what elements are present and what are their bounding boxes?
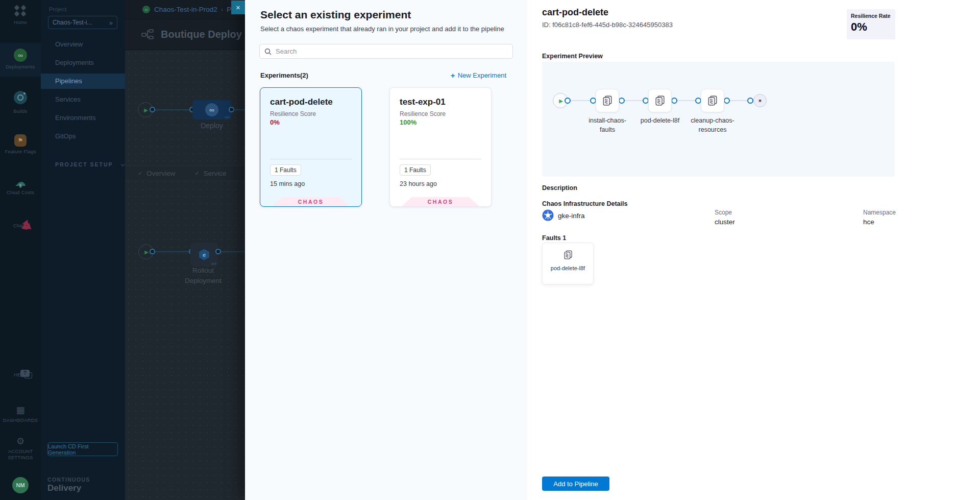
module-kicker: CONTINUOUS xyxy=(47,477,90,483)
experiment-title: cart-pod-delete xyxy=(542,7,608,18)
project-icon: ∞ xyxy=(142,6,150,13)
chaos-ribbon: CHAOS xyxy=(272,197,350,206)
last-updated: 23 hours ago xyxy=(400,180,437,187)
nav-item-pipelines[interactable]: Pipelines xyxy=(41,74,125,89)
play-icon: ▶ xyxy=(144,249,149,255)
connector-port xyxy=(565,98,571,104)
close-icon: × xyxy=(236,3,240,12)
experiment-search[interactable] xyxy=(259,44,513,59)
sidebar-item-help[interactable]: ? HELP xyxy=(0,370,41,378)
breadcrumb-separator-icon: › xyxy=(221,6,223,13)
project-setup-toggle[interactable]: PROJECT SETUP xyxy=(55,161,124,168)
select-experiment-modal: Select an existing experiment Select a c… xyxy=(245,0,980,500)
avatar-initials: NM xyxy=(12,477,29,493)
description-label: Description xyxy=(542,184,577,192)
deployments-icon: ∞ xyxy=(14,49,27,62)
last-updated: 15 mins ago xyxy=(270,180,305,187)
cloud-costs-icon: ☁$ xyxy=(13,176,28,188)
project-selector[interactable]: Chaos-Test-i... » xyxy=(48,16,117,29)
builds-icon xyxy=(14,91,27,104)
app-window: Home ∞ Deployments Builds ⚑ Feature Flag… xyxy=(0,0,980,500)
connector-line xyxy=(233,109,245,110)
feature-flags-icon: ⚑ xyxy=(14,134,27,147)
chaos-fault-icon xyxy=(602,95,613,106)
tab-overview[interactable]: ✓Overview xyxy=(138,170,175,177)
experiment-name: test-exp-01 xyxy=(400,97,446,107)
sidebar-item-label: Feature Flags xyxy=(0,149,41,155)
pipeline-icon xyxy=(141,29,155,40)
connector-line xyxy=(154,251,189,252)
sidebar-item-label: Builds xyxy=(0,108,41,114)
preview-node-label: cleanup-chaos-resources xyxy=(688,116,737,134)
nav-item-deployments[interactable]: Deployments xyxy=(41,55,125,70)
resilience-rate-label: Resilience Rate xyxy=(851,13,891,19)
breadcrumb-project-link[interactable]: Chaos-Test-in-Prod2 xyxy=(154,6,217,13)
fault-card-pod-delete[interactable]: pod-delete-l8f xyxy=(542,243,594,284)
faults-section-label: Faults 1 xyxy=(542,234,566,242)
project-nav-panel: Project Chaos-Test-i... » Overview Deplo… xyxy=(41,0,125,500)
preview-end-node[interactable]: ■ xyxy=(753,94,767,107)
add-to-pipeline-button[interactable]: Add to Pipeline xyxy=(542,477,609,491)
connector-port xyxy=(619,98,625,104)
preview-section-label: Experiment Preview xyxy=(542,53,603,60)
experiment-details-panel: cart-pod-delete ID: f06c81c8-fef6-445d-b… xyxy=(527,0,980,500)
launch-cd-first-gen-button[interactable]: Launch CD First Generation xyxy=(47,442,118,456)
resilience-rate-value: 0% xyxy=(851,20,891,34)
sidebar-item-account-settings[interactable]: ⚙ ACCOUNT SETTINGS xyxy=(0,437,41,461)
preview-node-pod-delete[interactable] xyxy=(648,89,672,112)
experiment-card-test-exp-01[interactable]: test-exp-01 Resilience Score 100% 1 Faul… xyxy=(389,87,492,207)
search-icon xyxy=(264,48,272,55)
sidebar-item-chaos[interactable]: Chaos xyxy=(0,220,41,229)
nav-item-environments[interactable]: Environments xyxy=(41,110,125,126)
stop-icon: ■ xyxy=(758,98,761,103)
code-icon: </> xyxy=(225,115,230,119)
scope-label: Scope xyxy=(715,209,732,216)
sidebar-item-feature-flags[interactable]: ⚑ Feature Flags xyxy=(0,134,41,155)
module-name: Delivery xyxy=(47,483,81,493)
nav-item-gitops[interactable]: GitOps xyxy=(41,129,125,144)
rollout-deployment-step-node[interactable]: e </> xyxy=(190,243,218,267)
sidebar-item-builds[interactable]: Builds xyxy=(0,91,41,114)
play-icon: ▶ xyxy=(559,98,563,104)
chaos-ribbon: CHAOS xyxy=(402,197,479,206)
step-label-line1: Rollout xyxy=(178,267,229,274)
faults-badge: 1 Faults xyxy=(400,164,431,176)
plus-icon: + xyxy=(451,71,455,80)
experiment-list-panel: Select an existing experiment Select a c… xyxy=(245,0,527,500)
experiment-card-cart-pod-delete[interactable]: cart-pod-delete Resilience Score 0% 1 Fa… xyxy=(260,87,362,207)
connector-port xyxy=(215,249,221,254)
sidebar-item-deployments[interactable]: ∞ Deployments xyxy=(0,49,41,70)
sidebar-item-cloud-costs[interactable]: ☁$ Cloud Costs xyxy=(0,176,41,196)
nav-item-overview[interactable]: Overview xyxy=(41,37,125,52)
faults-badge: 1 Faults xyxy=(270,164,301,176)
preview-node-cleanup-chaos-resources[interactable] xyxy=(701,89,724,112)
card-divider xyxy=(400,159,481,159)
play-icon: ▶ xyxy=(144,107,148,113)
modal-subtitle: Select a chaos experiment that already r… xyxy=(260,25,504,33)
preview-node-label: pod-delete-l8f xyxy=(635,116,684,126)
card-divider xyxy=(270,159,352,159)
connector-port xyxy=(747,98,753,104)
new-experiment-link[interactable]: + New Experiment xyxy=(451,71,506,80)
scope-value: cluster xyxy=(715,218,735,226)
nav-item-services[interactable]: Services xyxy=(41,92,125,107)
modal-close-button[interactable]: × xyxy=(231,1,245,14)
deploy-stage-node[interactable]: ∞ </> xyxy=(192,100,231,120)
rollout-step-icon: e xyxy=(199,249,210,260)
connector-port xyxy=(150,249,155,254)
resilience-score-label: Resilience Score xyxy=(270,110,316,117)
experiment-preview-canvas: ▶ xyxy=(542,62,895,177)
connector-line xyxy=(154,109,190,110)
sidebar-item-home[interactable]: Home xyxy=(0,5,41,26)
user-avatar[interactable]: NM xyxy=(0,477,41,493)
connector-port xyxy=(150,107,155,112)
chaos-fault-icon xyxy=(563,250,573,260)
sidebar-item-dashboards[interactable]: ▦ DASHBOARDS xyxy=(0,406,41,423)
chaos-fault-icon xyxy=(707,95,718,106)
preview-node-install-chaos-faults[interactable] xyxy=(596,89,619,112)
search-input[interactable] xyxy=(276,47,508,55)
tab-service[interactable]: ✓Service xyxy=(194,170,226,177)
resilience-score-value: 0% xyxy=(270,118,280,126)
cd-stage-icon: ∞ xyxy=(205,103,218,116)
resilience-score-label: Resilience Score xyxy=(400,110,446,117)
